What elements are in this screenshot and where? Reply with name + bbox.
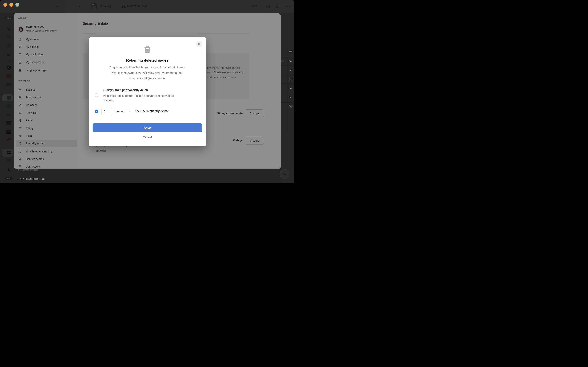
favorite-star-icon[interactable] (275, 4, 280, 9)
pawn-emoji-icon[interactable]: ♟ (7, 167, 11, 172)
share-button[interactable]: Share (250, 4, 258, 8)
title-bar: « ‹ › + Marketing / Marketing tasks Shar… (0, 0, 294, 13)
breadcrumb-page-icon[interactable] (91, 3, 97, 9)
notion-window: « ‹ › + Marketing / Marketing tasks Shar… (0, 0, 294, 184)
herb-emoji-icon[interactable] (7, 104, 11, 108)
search-icon[interactable] (6, 26, 11, 31)
svg-text:ACME: ACME (7, 178, 11, 179)
radio-30-days[interactable] (95, 93, 98, 97)
table-cell-date: Fe (288, 96, 292, 99)
home-icon[interactable] (6, 35, 11, 40)
table-cell-date: Fe (288, 68, 292, 72)
save-button[interactable]: Save (93, 124, 202, 132)
breadcrumb-current[interactable]: Marketing tasks (127, 4, 147, 8)
close-icon (198, 43, 200, 45)
forward-icon[interactable]: › (78, 4, 80, 8)
table-cell-name-fragment: ez (281, 59, 284, 63)
duration-value-select[interactable]: 2 (101, 108, 112, 115)
violin-emoji-icon[interactable] (6, 137, 12, 141)
more-options-icon[interactable] (285, 6, 291, 8)
option-30-days-label[interactable]: 30 days, then permanently delete (103, 88, 149, 92)
notion-ai-button[interactable] (280, 169, 289, 179)
leaf-emoji-icon[interactable] (7, 158, 12, 162)
chevron-down-icon (128, 111, 130, 112)
plant-emoji-icon[interactable] (7, 96, 11, 100)
trash-icon (142, 45, 152, 54)
breadcrumb-divider: / (115, 4, 116, 8)
table-cell-date: Fe (288, 105, 292, 108)
breadcrumb-parent[interactable]: Marketing (99, 4, 111, 8)
shelf-emoji-icon[interactable] (7, 83, 11, 86)
dialog-title: Retaining deleted pages (89, 58, 206, 62)
updates-clock-icon[interactable] (266, 4, 270, 9)
chevron-down-icon (109, 111, 110, 112)
cancel-button[interactable]: Cancel (89, 136, 206, 139)
duration-unit-select[interactable]: years (114, 108, 132, 115)
option-30-days-description: Pages are removed from Notion's servers … (103, 94, 174, 102)
minimize-window-button[interactable] (9, 3, 13, 7)
custom-option-suffix: , then permanently delete (134, 109, 169, 113)
collapse-sidebar-icon[interactable]: « (57, 4, 59, 8)
back-icon[interactable]: ‹ (71, 4, 73, 8)
sidebar-item-cx-knowledge-base[interactable]: CX Knowledge Base (17, 177, 45, 181)
inbox-icon[interactable] (6, 43, 11, 48)
table-cell-date: Fe (288, 59, 292, 63)
new-page-icon[interactable]: + (84, 4, 87, 8)
sparkle-icon (282, 171, 287, 177)
workspace-expand-arrow-icon[interactable] (9, 60, 11, 62)
description-line: Workspace owners can still view and rest… (89, 70, 206, 75)
svg-text:ACME: ACME (7, 17, 11, 19)
acme-badge-icon[interactable]: ACME (5, 176, 13, 180)
binoculars-icon (121, 4, 126, 9)
description-line: Pages deleted from Trash are retained fo… (89, 65, 206, 70)
table-cell-date: Au (288, 77, 292, 81)
zoom-window-button[interactable] (16, 3, 19, 7)
register-emoji-icon[interactable] (7, 130, 11, 133)
close-window-button[interactable] (3, 3, 7, 7)
wallet-emoji-icon[interactable] (7, 74, 11, 77)
eight-ball-emoji-icon[interactable]: 8 (7, 66, 11, 70)
close-dialog-button[interactable] (196, 41, 202, 47)
retention-dialog: Retaining deleted pages Pages deleted fr… (89, 37, 206, 146)
radio-custom-duration[interactable] (95, 110, 98, 113)
workspace-logo-acme[interactable]: ACME (5, 16, 13, 20)
settings-gear-icon[interactable]: ⚙ (7, 52, 11, 57)
calendar-icon (288, 50, 293, 54)
bridge-emoji-icon[interactable] (6, 112, 11, 117)
description-line: members and guests cannot (89, 75, 206, 81)
table-cell-date: Fe (288, 87, 292, 90)
dialog-description: Pages deleted from Trash are retained fo… (89, 65, 206, 81)
drawer-emoji-icon[interactable] (7, 121, 11, 125)
members-teamspace-icon[interactable] (6, 150, 11, 155)
